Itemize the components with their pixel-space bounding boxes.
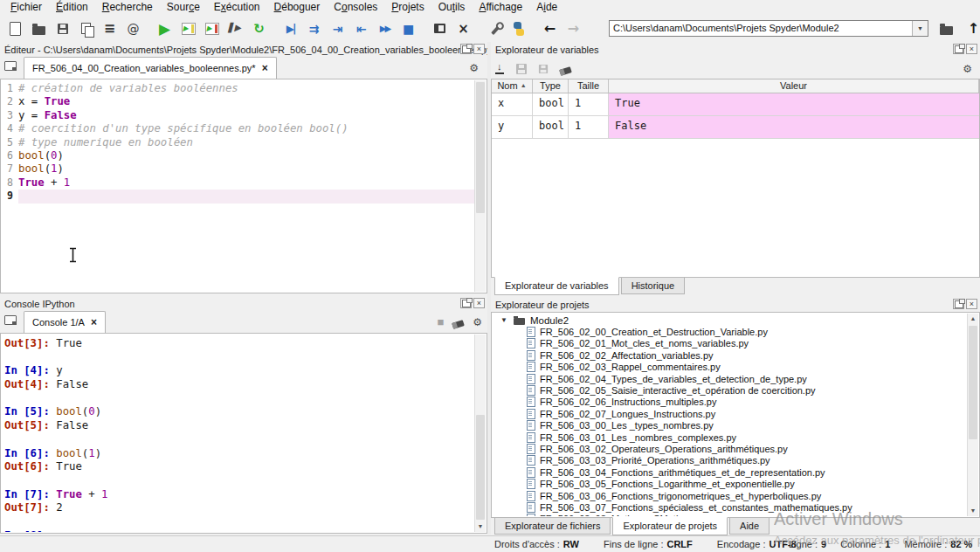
cell-nom[interactable]: x [492, 93, 533, 115]
project-file[interactable]: FR_506_03_04_Fonctions_arithmétiques_et_… [493, 466, 966, 478]
cell-taille[interactable]: 1 [569, 116, 609, 138]
browse-tabs-icon[interactable] [4, 313, 17, 328]
tab-explorateur-de-projets[interactable]: Explorateur de projets [612, 517, 728, 535]
project-file[interactable]: FR_506_03_06_Fonctions_trigonometriques_… [493, 490, 966, 501]
scroll-up-icon[interactable]: ▲ [968, 314, 978, 324]
collapse-arrow-icon[interactable]: ▼ [500, 316, 508, 324]
menu-consoles[interactable]: Consoles [327, 0, 384, 15]
console-line[interactable] [4, 515, 474, 529]
python-env-icon[interactable] [507, 17, 530, 40]
project-file[interactable]: FR_506_02_00_Creation_et_Destruction_Var… [493, 326, 966, 337]
project-scrollbar[interactable]: ▲ ▼ [967, 314, 978, 516]
open-file-icon[interactable] [27, 17, 51, 40]
scroll-down-icon[interactable]: ▼ [475, 521, 486, 532]
dropdown-arrow-icon[interactable]: ▼ [912, 21, 928, 36]
debug-continue-icon[interactable]: ▶▶ [373, 17, 397, 40]
save-data-as-icon[interactable] [539, 64, 548, 72]
console-line[interactable]: Out[7]: 2 [4, 501, 474, 515]
maximize-pane-icon[interactable] [428, 17, 452, 40]
console-line[interactable]: In [7]: True + 1 [4, 488, 474, 502]
new-file-icon[interactable] [3, 17, 27, 40]
editor-line-8[interactable]: 8True + 1 [2, 176, 474, 190]
project-file[interactable]: FR_506_03_07_Fonctions_spécialess_et_con… [493, 501, 966, 513]
editor-options-gear-icon[interactable]: ⚙ [469, 62, 479, 74]
save-file-icon[interactable] [51, 17, 74, 40]
column-header-nom[interactable]: Nom▲ [492, 79, 533, 93]
run-file-icon[interactable]: ▶ [153, 17, 176, 40]
undock-icon[interactable] [953, 44, 964, 54]
console-line[interactable]: Out[4]: False [4, 378, 474, 392]
editor-line-5[interactable]: 5# type numerique en booléen [2, 136, 474, 149]
project-file[interactable]: FR_506_02_07_Longues_Instructions.py [493, 408, 966, 419]
close-icon[interactable]: × [966, 299, 977, 309]
interrupt-kernel-icon[interactable]: ■ [437, 315, 444, 328]
console-line[interactable]: In [8]: [4, 529, 474, 532]
project-file[interactable]: FR_506_03_08_Math_vs_CMath.py [493, 514, 966, 516]
column-header-type[interactable]: Type [533, 79, 569, 93]
forward-icon[interactable]: → [562, 17, 585, 40]
editor-line-2[interactable]: 2x = True [2, 95, 474, 108]
undock-icon[interactable] [953, 299, 964, 309]
find-symbols-icon[interactable]: @ [121, 17, 145, 40]
clear-console-icon[interactable] [452, 320, 465, 329]
cell-nom[interactable]: y [492, 116, 533, 138]
menu-source[interactable]: Source [160, 0, 207, 15]
console-line[interactable]: Out[5]: False [4, 419, 474, 433]
project-file[interactable]: FR_506_02_04_Types_de_variables_et_detec… [493, 373, 966, 384]
back-icon[interactable]: ← [538, 17, 562, 40]
editor-line-4[interactable]: 4# coercition d'un type spécifique en bo… [2, 122, 474, 135]
close-icon[interactable]: × [473, 298, 485, 308]
project-file[interactable]: FR_506_03_00_Les _types_nombres.py [493, 420, 966, 431]
console-scrollbar[interactable]: ▼ [474, 335, 486, 532]
column-header-valeur[interactable]: Valeur [609, 79, 979, 93]
variable-table-header[interactable]: Nom▲TypeTailleValeur [492, 79, 979, 93]
scroll-down-icon[interactable]: ▼ [968, 506, 978, 516]
editor-line-7[interactable]: 7bool(1) [2, 162, 474, 176]
console-tab[interactable]: Console 1/A × [24, 311, 106, 333]
working-directory-value[interactable]: C:\Users\danam\Documents\Projets Spyder\… [610, 21, 912, 36]
working-directory-combo[interactable]: C:\Users\danam\Documents\Projets Spyder\… [609, 20, 928, 37]
tab-explorateur-de-variables[interactable]: Explorateur de variables [494, 277, 619, 295]
project-file[interactable]: FR_506_03_05_Fonctions_Logarithme_et_exp… [493, 478, 966, 489]
menu-deboguer[interactable]: Déboguer [267, 0, 328, 15]
console-options-gear-icon[interactable]: ⚙ [473, 316, 482, 328]
console-line[interactable]: In [6]: bool(1) [4, 447, 474, 461]
variable-row-x[interactable]: xbool1True [492, 93, 979, 116]
cell-valeur[interactable]: False [609, 116, 979, 138]
menu-recherche[interactable]: Recherche [95, 0, 160, 15]
tab-explorateur-de-fichiers[interactable]: Explorateur de fichiers [494, 518, 611, 535]
go-parent-directory-icon[interactable]: ↑ [962, 17, 980, 40]
menu-outils[interactable]: Outils [431, 0, 473, 15]
variable-explorer-gear-icon[interactable]: ⚙ [963, 63, 972, 75]
project-file[interactable]: FR_506_03_02_Operateurs_Operations_arith… [493, 443, 966, 454]
cell-taille[interactable]: 1 [569, 93, 609, 115]
run-cell-icon[interactable] [176, 17, 200, 40]
console-line[interactable]: Out[6]: True [4, 460, 474, 474]
preferences-icon[interactable] [483, 17, 507, 40]
save-all-icon[interactable] [74, 17, 98, 40]
close-icon[interactable]: × [473, 44, 485, 54]
run-selection-icon[interactable] [224, 17, 247, 40]
project-file[interactable]: FR_506_03_03_Priorité_Operations_arithmé… [493, 455, 966, 466]
menu-aide[interactable]: Aide [529, 0, 564, 15]
file-switcher-icon[interactable]: ≡ [98, 17, 121, 40]
step-into-icon[interactable]: ⇥ [326, 17, 349, 40]
console-line[interactable]: In [4]: y [4, 364, 474, 378]
console-output-area[interactable]: Out[3]: TrueIn [4]: yOut[4]: FalseIn [5]… [0, 333, 487, 534]
restore-panes-icon[interactable]: × [452, 17, 475, 40]
close-tab-icon[interactable]: × [262, 62, 268, 74]
column-header-taille[interactable]: Taille [569, 79, 609, 93]
menu-fichier[interactable]: Fichier [3, 0, 49, 15]
tab-aide[interactable]: Aide [729, 518, 770, 535]
menu-edition[interactable]: Édition [49, 0, 95, 15]
editor-scrollbar[interactable] [474, 80, 486, 292]
editor-line-3[interactable]: 3y = False [2, 109, 474, 122]
open-directory-icon[interactable] [935, 17, 958, 40]
close-tab-icon[interactable]: × [91, 316, 97, 328]
project-file[interactable]: FR_506_02_03_Rappel_commentaires.py [493, 362, 966, 373]
cell-type[interactable]: bool [533, 116, 569, 138]
project-root-folder[interactable]: ▼ Module2 [493, 314, 966, 326]
save-data-icon[interactable] [516, 64, 527, 74]
console-line[interactable]: Out[3]: True [4, 337, 474, 351]
project-file[interactable]: FR_506_02_05_Saisie_interactive_et_opéra… [493, 384, 966, 396]
